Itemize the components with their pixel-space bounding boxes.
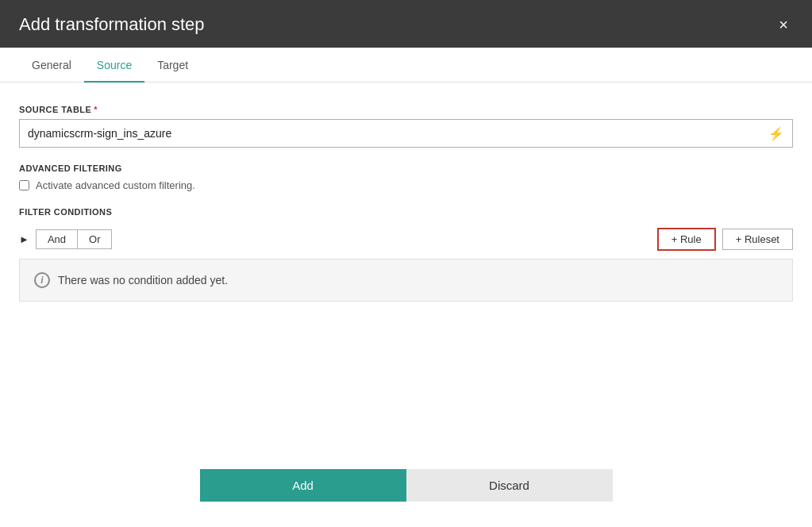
- dialog-title: Add transformation step: [19, 14, 205, 35]
- source-table-label: SOURCE TABLE*: [19, 105, 793, 114]
- advanced-filtering-checkbox-label: Activate advanced custom filtering.: [36, 179, 195, 191]
- add-rule-button[interactable]: + Rule: [657, 228, 716, 251]
- checkbox-row: Activate advanced custom filtering.: [19, 179, 793, 191]
- conditions-row: ► And Or + Rule + Ruleset: [19, 228, 793, 251]
- advanced-filtering-section: ADVANCED FILTERING Activate advanced cus…: [19, 163, 793, 191]
- or-button[interactable]: Or: [77, 229, 112, 249]
- lightning-icon: ⚡: [768, 126, 784, 141]
- tab-general[interactable]: General: [19, 48, 84, 83]
- required-indicator: *: [94, 105, 98, 114]
- dialog-header: Add transformation step ×: [0, 0, 812, 48]
- add-ruleset-button[interactable]: + Ruleset: [722, 229, 793, 250]
- source-table-section: SOURCE TABLE* ⚡: [19, 105, 793, 148]
- no-condition-box: i There was no condition added yet.: [19, 259, 793, 302]
- tabs-bar: General Source Target: [0, 48, 812, 83]
- add-button[interactable]: Add: [200, 469, 406, 502]
- tab-source[interactable]: Source: [84, 48, 144, 83]
- advanced-filtering-checkbox[interactable]: [19, 180, 29, 190]
- filter-conditions-label: FILTER CONDITIONS: [19, 207, 793, 217]
- and-button[interactable]: And: [36, 229, 77, 249]
- expand-arrow-icon[interactable]: ►: [19, 233, 29, 245]
- conditions-right: + Rule + Ruleset: [657, 228, 793, 251]
- discard-button[interactable]: Discard: [406, 469, 613, 502]
- close-button[interactable]: ×: [774, 15, 793, 34]
- dialog-body: SOURCE TABLE* ⚡ ADVANCED FILTERING Activ…: [0, 83, 812, 453]
- dialog-footer: Add Discard: [0, 453, 812, 527]
- source-table-input-wrapper: ⚡: [19, 119, 793, 148]
- no-condition-text: There was no condition added yet.: [58, 274, 228, 287]
- tab-target[interactable]: Target: [144, 48, 201, 83]
- conditions-left: ► And Or: [19, 229, 112, 249]
- advanced-filtering-label: ADVANCED FILTERING: [19, 163, 793, 173]
- info-icon: i: [34, 272, 50, 288]
- dialog: Add transformation step × General Source…: [0, 0, 812, 527]
- and-or-group: And Or: [36, 229, 113, 249]
- source-table-input[interactable]: [28, 127, 768, 140]
- filter-conditions-section: FILTER CONDITIONS ► And Or + Rule + Rule…: [19, 207, 793, 302]
